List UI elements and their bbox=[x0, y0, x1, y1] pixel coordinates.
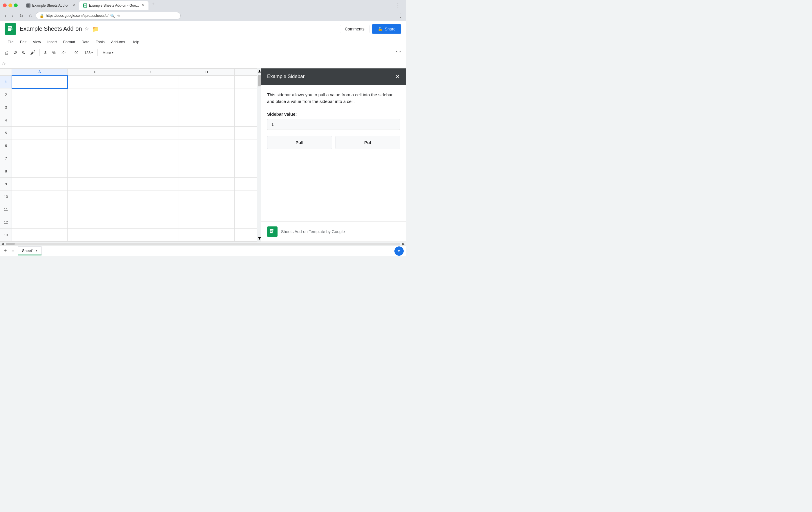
print-button[interactable]: 🖨 bbox=[2, 49, 10, 57]
cell-A10[interactable] bbox=[12, 190, 67, 203]
row-header-3[interactable]: 3 bbox=[0, 101, 12, 114]
row-header-12[interactable]: 12 bbox=[0, 216, 12, 229]
cell-B10[interactable] bbox=[67, 190, 123, 203]
cell-extra-2[interactable] bbox=[235, 88, 257, 101]
cell-B4[interactable] bbox=[67, 114, 123, 127]
cell-extra-3[interactable] bbox=[235, 101, 257, 114]
menu-format[interactable]: Format bbox=[60, 38, 78, 45]
cell-A3[interactable] bbox=[12, 101, 67, 114]
put-button[interactable]: Put bbox=[336, 136, 401, 149]
sidebar-close-button[interactable]: ✕ bbox=[395, 73, 400, 80]
format-number-button[interactable]: 123 ▾ bbox=[82, 49, 95, 56]
cell-extra-4[interactable] bbox=[235, 114, 257, 127]
traffic-lights[interactable] bbox=[3, 3, 18, 7]
redo-button[interactable]: ↻ bbox=[20, 49, 27, 57]
cell-C8[interactable] bbox=[123, 165, 179, 178]
col-header-D[interactable]: D bbox=[179, 69, 235, 76]
back-button[interactable]: ‹ bbox=[3, 12, 8, 19]
cell-B12[interactable] bbox=[67, 216, 123, 229]
cell-A5[interactable] bbox=[12, 127, 67, 140]
horizontal-scrollbar[interactable] bbox=[6, 243, 400, 245]
cell-B6[interactable] bbox=[67, 140, 123, 152]
horizontal-scrollbar-area[interactable]: ◀ ▶ bbox=[0, 241, 406, 246]
new-tab-button[interactable]: + bbox=[150, 1, 156, 8]
cell-C12[interactable] bbox=[123, 216, 179, 229]
h-scroll-left[interactable]: ◀ bbox=[0, 242, 5, 246]
cell-B7[interactable] bbox=[67, 152, 123, 165]
cell-D13[interactable] bbox=[179, 229, 235, 241]
cell-extra-1[interactable] bbox=[235, 76, 257, 88]
cell-B1[interactable] bbox=[67, 76, 123, 88]
share-button[interactable]: 🔒 Share bbox=[372, 24, 401, 34]
cell-C7[interactable] bbox=[123, 152, 179, 165]
row-header-13[interactable]: 13 bbox=[0, 229, 12, 241]
browser-tab-active[interactable]: Example Sheets Add-on - Goo... ✕ bbox=[79, 1, 148, 10]
cell-A6[interactable] bbox=[12, 140, 67, 152]
cell-D12[interactable] bbox=[179, 216, 235, 229]
percent-button[interactable]: % bbox=[50, 49, 58, 56]
cell-A7[interactable] bbox=[12, 152, 67, 165]
menu-view[interactable]: View bbox=[30, 38, 44, 45]
cell-extra-13[interactable] bbox=[235, 229, 257, 241]
col-header-C[interactable]: C bbox=[123, 69, 179, 76]
cell-A9[interactable] bbox=[12, 178, 67, 190]
paint-format-button[interactable]: 🖌 bbox=[28, 49, 37, 57]
row-header-7[interactable]: 7 bbox=[0, 152, 12, 165]
explore-button[interactable]: ✦ bbox=[395, 246, 404, 256]
pull-button[interactable]: Pull bbox=[267, 136, 332, 149]
cell-extra-10[interactable] bbox=[235, 190, 257, 203]
cell-D5[interactable] bbox=[179, 127, 235, 140]
folder-icon[interactable]: 📁 bbox=[92, 26, 99, 32]
undo-button[interactable]: ↺ bbox=[11, 49, 19, 57]
cell-C10[interactable] bbox=[123, 190, 179, 203]
cell-C2[interactable] bbox=[123, 88, 179, 101]
tab-close-button-active[interactable]: ✕ bbox=[142, 3, 144, 7]
cell-B5[interactable] bbox=[67, 127, 123, 140]
collapse-toolbar-button[interactable]: ⌃⌃ bbox=[393, 49, 404, 56]
cell-extra-6[interactable] bbox=[235, 140, 257, 152]
cell-D11[interactable] bbox=[179, 203, 235, 216]
cell-C4[interactable] bbox=[123, 114, 179, 127]
row-header-11[interactable]: 11 bbox=[0, 203, 12, 216]
h-scroll-right[interactable]: ▶ bbox=[401, 242, 406, 246]
scrollbar-up-arrow[interactable]: ▲ bbox=[257, 68, 261, 74]
row-header-10[interactable]: 10 bbox=[0, 190, 12, 203]
cell-A2[interactable] bbox=[12, 88, 67, 101]
row-header-8[interactable]: 8 bbox=[0, 165, 12, 178]
more-button[interactable]: More ▾ bbox=[100, 49, 116, 56]
col-header-B[interactable]: B bbox=[67, 69, 123, 76]
minimize-window-button[interactable] bbox=[8, 3, 12, 7]
sheet-tab-sheet1[interactable]: Sheet1 ▾ bbox=[18, 246, 42, 255]
scrollbar-thumb[interactable] bbox=[258, 75, 261, 86]
cell-C3[interactable] bbox=[123, 101, 179, 114]
cell-B3[interactable] bbox=[67, 101, 123, 114]
cell-extra-5[interactable] bbox=[235, 127, 257, 140]
address-bar[interactable]: 🔒 https://docs.google.com/spreadsheets/d… bbox=[36, 12, 181, 20]
cell-B13[interactable] bbox=[67, 229, 123, 241]
row-header-2[interactable]: 2 bbox=[0, 88, 12, 101]
cell-A12[interactable] bbox=[12, 216, 67, 229]
cell-extra-8[interactable] bbox=[235, 165, 257, 178]
menu-addons[interactable]: Add-ons bbox=[108, 38, 128, 45]
maximize-window-button[interactable] bbox=[14, 3, 18, 7]
sheet-list-button[interactable]: ≡ bbox=[10, 247, 16, 255]
increase-decimal-button[interactable]: .00 bbox=[71, 50, 81, 56]
cell-extra-12[interactable] bbox=[235, 216, 257, 229]
cell-D10[interactable] bbox=[179, 190, 235, 203]
cell-C11[interactable] bbox=[123, 203, 179, 216]
sidebar-value-input[interactable] bbox=[267, 119, 400, 129]
menu-data[interactable]: Data bbox=[79, 38, 92, 45]
cell-D2[interactable] bbox=[179, 88, 235, 101]
scrollbar-down-arrow[interactable]: ▼ bbox=[257, 236, 261, 241]
add-sheet-button[interactable]: + bbox=[2, 246, 8, 255]
cell-C5[interactable] bbox=[123, 127, 179, 140]
row-header-6[interactable]: 6 bbox=[0, 140, 12, 152]
cell-A8[interactable] bbox=[12, 165, 67, 178]
cell-A11[interactable] bbox=[12, 203, 67, 216]
cell-D7[interactable] bbox=[179, 152, 235, 165]
bookmark-icon[interactable]: ☆ bbox=[117, 13, 121, 18]
cell-A13[interactable] bbox=[12, 229, 67, 241]
row-header-5[interactable]: 5 bbox=[0, 127, 12, 140]
star-icon[interactable]: ☆ bbox=[84, 26, 89, 32]
cell-extra-11[interactable] bbox=[235, 203, 257, 216]
